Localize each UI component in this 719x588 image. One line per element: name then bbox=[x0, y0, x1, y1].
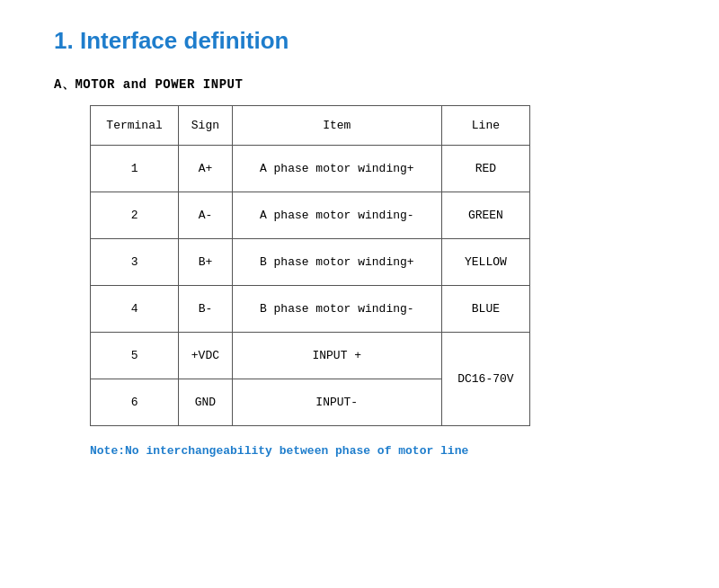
col-line: Line bbox=[441, 106, 529, 146]
cell-line-2: GREEN bbox=[441, 192, 529, 239]
table-row: 5 +VDC INPUT + DC16-70V bbox=[91, 333, 530, 379]
cell-terminal-3: 3 bbox=[91, 239, 179, 286]
table-row: 2 A- A phase motor winding- GREEN bbox=[91, 192, 530, 239]
table-row: 1 A+ A phase motor winding+ RED bbox=[91, 146, 530, 192]
col-terminal: Terminal bbox=[91, 106, 179, 146]
cell-item-6: INPUT- bbox=[232, 379, 441, 426]
cell-line-56: DC16-70V bbox=[441, 333, 529, 426]
table-wrapper: Terminal Sign Item Line 1 A+ A phase mot… bbox=[90, 105, 665, 426]
interface-table: Terminal Sign Item Line 1 A+ A phase mot… bbox=[90, 105, 530, 426]
cell-sign-5: +VDC bbox=[179, 333, 233, 379]
cell-item-5: INPUT + bbox=[232, 333, 441, 379]
cell-terminal-1: 1 bbox=[91, 146, 179, 192]
note-text: Note:No interchangeability between phase… bbox=[90, 444, 665, 458]
cell-line-3: YELLOW bbox=[441, 239, 529, 286]
cell-sign-3: B+ bbox=[179, 239, 233, 286]
table-row: 4 B- B phase motor winding- BLUE bbox=[91, 286, 530, 333]
cell-terminal-4: 4 bbox=[91, 286, 179, 333]
cell-terminal-6: 6 bbox=[91, 379, 179, 426]
table-row: 3 B+ B phase motor winding+ YELLOW bbox=[91, 239, 530, 286]
cell-item-4: B phase motor winding- bbox=[232, 286, 441, 333]
page-title: 1. Interface definition bbox=[54, 27, 665, 55]
cell-item-3: B phase motor winding+ bbox=[232, 239, 441, 286]
cell-terminal-2: 2 bbox=[91, 192, 179, 239]
cell-line-4: BLUE bbox=[441, 286, 529, 333]
cell-sign-2: A- bbox=[179, 192, 233, 239]
cell-sign-1: A+ bbox=[179, 146, 233, 192]
cell-sign-4: B- bbox=[179, 286, 233, 333]
cell-sign-6: GND bbox=[179, 379, 233, 426]
section-header: A、MOTOR and POWER INPUT bbox=[54, 76, 665, 93]
cell-item-2: A phase motor winding- bbox=[232, 192, 441, 239]
cell-item-1: A phase motor winding+ bbox=[232, 146, 441, 192]
cell-terminal-5: 5 bbox=[91, 333, 179, 379]
col-sign: Sign bbox=[179, 106, 233, 146]
cell-line-1: RED bbox=[441, 146, 529, 192]
table-header-row: Terminal Sign Item Line bbox=[91, 106, 530, 146]
col-item: Item bbox=[232, 106, 441, 146]
